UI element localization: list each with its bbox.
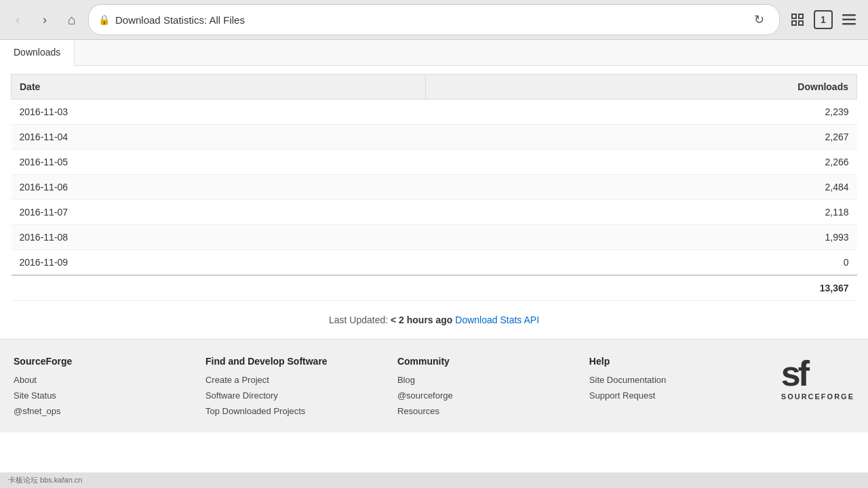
footer: SourceForge About Site Status @sfnet_ops… <box>0 339 868 432</box>
svg-rect-3 <box>799 21 803 25</box>
table-row: 2016-11-072,118 <box>12 200 857 225</box>
footer-link-software-directory[interactable]: Software Directory <box>205 390 370 401</box>
api-link[interactable]: Download Stats API <box>455 314 539 325</box>
col-header-date: Date <box>12 75 426 100</box>
table-cell-downloads: 2,266 <box>425 150 856 175</box>
footer-link-support[interactable]: Support Request <box>589 390 754 401</box>
table-total: 13,367 <box>12 275 857 301</box>
sf-logo-subtext: sourceforge <box>781 392 854 401</box>
footer-logo: sf sourceforge <box>781 356 854 422</box>
table-cell-downloads: 2,267 <box>425 125 856 150</box>
address-bar[interactable]: 🔒 Download Statistics: All Files ↻ <box>88 4 780 35</box>
table-cell-date: 2016-11-05 <box>12 150 426 175</box>
footer-link-sfnet-ops[interactable]: @sfnet_ops <box>14 406 178 416</box>
tab-count[interactable]: 1 <box>814 10 833 29</box>
table-cell-date: 2016-11-09 <box>12 250 426 276</box>
table-cell-date: 2016-11-03 <box>12 100 426 125</box>
menu-button[interactable] <box>837 7 861 32</box>
footer-link-blog[interactable]: Blog <box>397 375 562 385</box>
toolbar-right: 1 <box>785 7 861 32</box>
browser-chrome: ‹ › ⌂ 🔒 Download Statistics: All Files ↻… <box>0 0 868 40</box>
footer-col-title-sf: SourceForge <box>14 356 178 367</box>
address-text: Download Statistics: All Files <box>115 14 743 26</box>
footer-link-top-downloaded[interactable]: Top Downloaded Projects <box>205 406 370 416</box>
table-row: 2016-11-042,267 <box>12 125 857 150</box>
sf-logo-text: sf <box>781 356 854 391</box>
footer-col-title-find: Find and Develop Software <box>205 356 370 367</box>
col-header-downloads: Downloads <box>425 75 856 100</box>
footer-col-title-help: Help <box>589 356 754 367</box>
footer-link-site-status[interactable]: Site Status <box>14 390 178 401</box>
svg-rect-2 <box>792 21 796 25</box>
table-row: 2016-11-062,484 <box>12 175 857 200</box>
footer-link-site-docs[interactable]: Site Documentation <box>589 375 754 385</box>
table-row: 2016-11-052,266 <box>12 150 857 175</box>
table-cell-date: 2016-11-07 <box>12 200 426 225</box>
svg-rect-6 <box>842 23 856 25</box>
lock-icon: 🔒 <box>98 14 110 25</box>
reload-button[interactable]: ↻ <box>748 9 770 30</box>
footer-link-sourceforge-social[interactable]: @sourceforge <box>397 390 562 401</box>
table-cell-downloads: 2,484 <box>425 175 856 200</box>
tab-bar: Downloads <box>0 40 868 66</box>
table-cell-downloads: 2,239 <box>425 100 856 125</box>
table-row: 2016-11-090 <box>12 250 857 276</box>
svg-rect-1 <box>799 14 803 18</box>
last-updated: Last Updated: < 2 hours ago Download Sta… <box>0 301 868 339</box>
table-cell-date: 2016-11-04 <box>12 125 426 150</box>
footer-col-community: Community Blog @sourceforge Resources <box>397 356 562 422</box>
svg-rect-4 <box>842 14 856 16</box>
page-content: Downloads Date Downloads 2016-11-032,239… <box>0 40 868 472</box>
table-cell-downloads: 0 <box>425 250 856 276</box>
table-cell-downloads: 1,993 <box>425 225 856 250</box>
table-cell-downloads: 2,118 <box>425 200 856 225</box>
footer-col-title-community: Community <box>397 356 562 367</box>
table-row: 2016-11-081,993 <box>12 225 857 250</box>
svg-rect-0 <box>792 14 796 18</box>
back-button[interactable]: ‹ <box>7 9 28 30</box>
forward-button[interactable]: › <box>34 9 56 30</box>
tab-downloads[interactable]: Downloads <box>0 40 75 66</box>
bottom-bar-text: 卡板论坛 bbs.kafan.cn <box>8 476 82 484</box>
stats-section: Date Downloads 2016-11-032,2392016-11-04… <box>0 66 868 301</box>
footer-col-find: Find and Develop Software Create a Proje… <box>205 356 370 422</box>
time-ago: < 2 hours ago <box>391 314 452 325</box>
fullscreen-button[interactable] <box>785 7 810 32</box>
footer-link-create-project[interactable]: Create a Project <box>205 375 370 385</box>
footer-link-about[interactable]: About <box>14 375 178 385</box>
svg-rect-5 <box>842 19 856 21</box>
table-cell-date: 2016-11-08 <box>12 225 426 250</box>
last-updated-label: Last Updated: <box>329 314 388 325</box>
footer-col-help: Help Site Documentation Support Request <box>589 356 754 422</box>
home-button[interactable]: ⌂ <box>61 9 83 30</box>
bottom-bar: 卡板论坛 bbs.kafan.cn <box>0 472 868 488</box>
tab-spacer <box>75 40 868 65</box>
footer-col-sourceforge: SourceForge About Site Status @sfnet_ops <box>14 356 178 422</box>
table-cell-date: 2016-11-06 <box>12 175 426 200</box>
stats-table: Date Downloads 2016-11-032,2392016-11-04… <box>11 74 857 301</box>
footer-link-resources[interactable]: Resources <box>397 406 562 416</box>
table-row: 2016-11-032,239 <box>12 100 857 125</box>
